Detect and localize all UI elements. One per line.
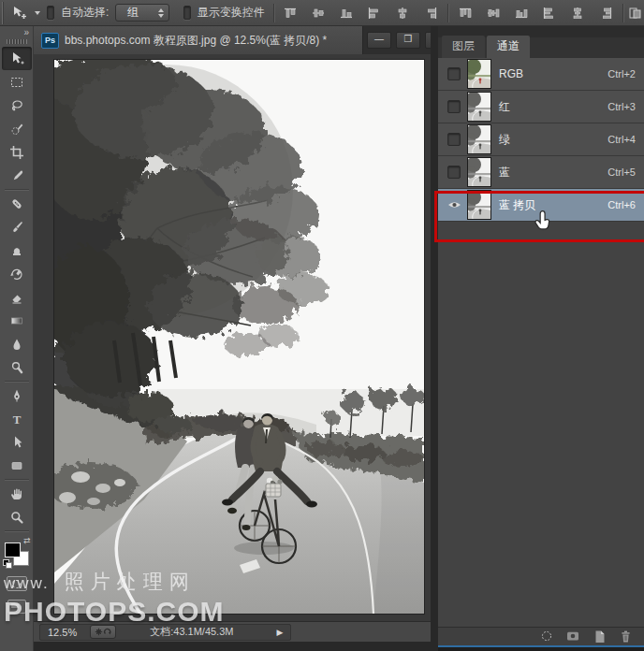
window-bottom-edge — [34, 642, 431, 651]
panel-bottom-edge — [438, 647, 644, 651]
channel-row-蓝-拷贝[interactable]: 蓝 拷贝 Ctrl+6 — [438, 189, 644, 222]
svg-text:T: T — [12, 412, 21, 426]
visibility-toggle-empty[interactable] — [443, 133, 465, 146]
photo-canvas-image[interactable] — [54, 60, 424, 614]
channel-thumbnail — [468, 125, 490, 153]
channel-shortcut: Ctrl+5 — [607, 166, 644, 178]
type-tool[interactable]: T — [2, 407, 32, 430]
distribute-bottom-edges-icon[interactable] — [511, 4, 532, 22]
channels-panel: 图层 通道 RGB Ctrl+2 红 Ctrl+3 绿 Ctrl+4 蓝 Ctr… — [438, 26, 644, 651]
channel-thumbnail — [468, 158, 490, 186]
auto-select-value: 组 — [127, 5, 139, 21]
document-size-info: 文档:43.1M/45.3M — [150, 625, 233, 639]
lasso-tool[interactable] — [2, 94, 32, 117]
channel-row-rgb[interactable]: RGB Ctrl+2 — [438, 58, 644, 91]
tool-group-divider — [5, 189, 29, 190]
panel-grip-icon[interactable] — [2, 2, 5, 24]
auto-select-dropdown[interactable]: 组 — [115, 4, 169, 22]
crop-tool[interactable] — [2, 140, 32, 164]
panel-tabs: 图层 通道 — [438, 37, 644, 58]
load-selection-icon[interactable] — [540, 629, 554, 644]
spot-healing-brush-tool[interactable] — [2, 192, 32, 215]
channel-name: 绿 — [499, 132, 510, 148]
document-area: Ps bbs.photops.com 教程原图.jpg @ 12.5%(蓝 拷贝… — [34, 26, 431, 651]
gradient-tool[interactable] — [2, 309, 32, 332]
channel-thumbnail — [468, 191, 490, 219]
status-bar: 12.5% 文档:43.1M/45.3M ▶ — [34, 621, 431, 642]
status-inner: 12.5% 文档:43.1M/45.3M ▶ — [39, 624, 291, 641]
save-selection-as-channel-icon[interactable] — [566, 629, 580, 644]
rectangle-tool[interactable] — [2, 454, 32, 477]
align-left-edges-icon[interactable] — [364, 4, 385, 22]
auto-select-checkbox[interactable] — [47, 6, 54, 20]
options-bar: 自动选择: 组 显示变换控件 — [0, 0, 644, 26]
blur-tool[interactable] — [2, 332, 32, 355]
status-flyout-arrow-icon[interactable]: ▶ — [276, 628, 286, 637]
maximize-button[interactable]: ❒ — [396, 32, 420, 49]
quick-mask-mode-icon[interactable] — [7, 576, 27, 591]
channel-row-蓝[interactable]: 蓝 Ctrl+5 — [438, 156, 644, 189]
foreground-color-swatch[interactable] — [5, 542, 21, 557]
pen-tool[interactable] — [2, 383, 32, 407]
spinner-icon — [158, 8, 164, 18]
screen-mode-icon[interactable] — [7, 600, 26, 614]
move-tool-icon[interactable] — [11, 4, 28, 22]
quick-selection-tool[interactable] — [2, 117, 32, 140]
show-transform-checkbox[interactable] — [183, 6, 191, 20]
channel-row-绿[interactable]: 绿 Ctrl+4 — [438, 123, 644, 156]
visibility-toggle-empty[interactable] — [443, 100, 465, 113]
panel-grip-icon[interactable] — [7, 39, 27, 44]
tools-list: T — [2, 47, 32, 533]
distribute-left-edges-icon[interactable] — [539, 4, 560, 22]
tools-panel: » T ⇄ — [0, 26, 34, 651]
photoshop-file-icon: Ps — [41, 33, 59, 49]
new-channel-icon[interactable] — [593, 629, 607, 644]
distribute-horizontal-centers-icon[interactable] — [567, 4, 588, 22]
minimize-button[interactable]: — — [367, 32, 391, 49]
distribute-right-edges-icon[interactable] — [595, 4, 616, 22]
eraser-tool[interactable] — [2, 285, 32, 309]
hand-tool[interactable] — [2, 482, 32, 505]
collapse-panel-icon[interactable]: » — [0, 26, 33, 37]
distribute-vertical-centers-icon[interactable] — [483, 4, 504, 22]
align-top-edges-icon[interactable] — [280, 4, 300, 22]
default-colors-icon[interactable] — [3, 559, 10, 567]
channel-name: 红 — [499, 99, 510, 115]
tab-channels[interactable]: 通道 — [487, 36, 530, 58]
distribute-top-edges-icon[interactable] — [455, 4, 476, 22]
visibility-toggle-empty[interactable] — [443, 67, 465, 80]
dodge-tool[interactable] — [2, 355, 32, 379]
auto-select-label: 自动选择: — [61, 5, 109, 21]
brush-tool[interactable] — [2, 215, 32, 239]
status-gears-icon[interactable] — [90, 625, 116, 639]
eyedropper-tool[interactable] — [2, 164, 32, 187]
document-tab[interactable]: Ps bbs.photops.com 教程原图.jpg @ 12.5%(蓝 拷贝… — [34, 26, 363, 54]
zoom-level[interactable]: 12.5% — [44, 627, 80, 638]
rectangular-marquee-tool[interactable] — [2, 70, 32, 94]
swap-colors-icon[interactable]: ⇄ — [23, 537, 31, 544]
tool-group-divider — [5, 381, 29, 382]
tool-group-divider — [5, 530, 29, 531]
auto-align-layers-icon[interactable] — [629, 4, 644, 22]
visibility-eye-icon[interactable] — [443, 200, 465, 210]
panel-footer — [438, 627, 644, 645]
distribute-icons-group — [455, 4, 616, 22]
path-selection-tool[interactable] — [2, 430, 32, 454]
align-right-edges-icon[interactable] — [420, 4, 441, 22]
channel-thumbnail — [468, 60, 490, 88]
channel-shortcut: Ctrl+3 — [607, 101, 644, 112]
channel-row-红[interactable]: 红 Ctrl+3 — [438, 91, 644, 123]
canvas-area[interactable] — [34, 54, 431, 621]
clone-stamp-tool[interactable] — [2, 239, 32, 262]
zoom-tool[interactable] — [2, 505, 32, 528]
move-tool[interactable] — [2, 47, 32, 70]
delete-channel-icon[interactable] — [619, 629, 633, 644]
tab-layers[interactable]: 图层 — [442, 36, 485, 58]
align-vertical-centers-icon[interactable] — [308, 4, 329, 22]
panel-empty-area — [438, 222, 644, 627]
history-brush-tool[interactable] — [2, 262, 32, 285]
align-horizontal-centers-icon[interactable] — [392, 4, 413, 22]
align-bottom-edges-icon[interactable] — [336, 4, 357, 22]
chevron-down-icon[interactable] — [35, 11, 40, 15]
visibility-toggle-empty[interactable] — [443, 166, 465, 179]
